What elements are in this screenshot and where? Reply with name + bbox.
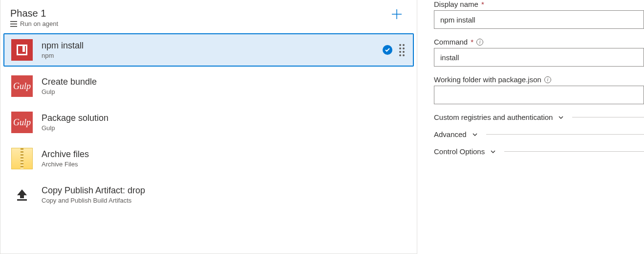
task-subtitle: Gulp xyxy=(42,88,406,95)
required-indicator: * xyxy=(481,0,484,8)
task-item-npm-install[interactable]: npm install npm xyxy=(3,33,414,67)
section-custom-registries[interactable]: Custom registries and authentication xyxy=(434,113,644,121)
task-subtitle: Archive Files xyxy=(42,161,406,168)
section-label: Custom registries and authentication xyxy=(434,113,553,121)
archive-icon xyxy=(11,148,33,169)
agent-icon xyxy=(10,21,17,27)
phase-title: Phase 1 xyxy=(10,8,58,19)
info-icon[interactable]: i xyxy=(544,76,551,83)
section-label: Advanced xyxy=(434,130,467,139)
command-input[interactable] xyxy=(434,48,644,67)
working-folder-label: Working folder with package.json xyxy=(434,75,541,84)
task-title: Archive files xyxy=(42,149,406,160)
task-item-archive-files[interactable]: Archive files Archive Files xyxy=(3,142,414,175)
task-subtitle: Gulp xyxy=(42,124,406,132)
section-divider xyxy=(486,134,644,135)
command-label: Command xyxy=(434,38,468,46)
task-title: Copy Publish Artifact: drop xyxy=(42,185,406,196)
check-icon xyxy=(383,45,392,55)
phase-header[interactable]: Phase 1 Run on agent xyxy=(3,3,414,32)
phase-subtitle: Run on agent xyxy=(20,20,58,27)
task-subtitle: Copy and Publish Build Artifacts xyxy=(42,197,406,204)
phase-subtitle-row: Run on agent xyxy=(10,20,58,27)
display-name-label: Display name xyxy=(434,0,478,8)
task-title: Create bundle xyxy=(42,77,406,87)
chevron-down-icon xyxy=(490,148,496,155)
tasks-pane: Phase 1 Run on agent npm install npm xyxy=(0,0,417,254)
working-folder-group: Working folder with package.json i xyxy=(434,75,644,104)
section-control-options[interactable]: Control Options xyxy=(434,147,644,156)
command-group: Command * i xyxy=(434,38,644,67)
task-subtitle: npm xyxy=(42,52,374,59)
svg-rect-2 xyxy=(22,46,25,52)
add-task-button[interactable] xyxy=(386,8,407,23)
section-divider xyxy=(504,151,644,152)
upload-icon xyxy=(11,184,33,206)
info-icon[interactable]: i xyxy=(476,39,483,46)
npm-icon xyxy=(11,39,33,61)
task-title: Package solution xyxy=(42,113,406,123)
section-divider xyxy=(572,117,644,117)
section-label: Control Options xyxy=(434,147,485,156)
display-name-group: Display name * xyxy=(434,0,644,29)
display-name-input[interactable] xyxy=(434,10,644,29)
section-advanced[interactable]: Advanced xyxy=(434,130,644,139)
svg-rect-3 xyxy=(17,199,27,201)
gulp-icon: Gulp xyxy=(11,112,33,133)
chevron-down-icon xyxy=(472,131,478,138)
chevron-down-icon xyxy=(558,114,564,121)
task-title: npm install xyxy=(42,41,374,51)
task-details-pane: Display name * Command * i Working folde… xyxy=(417,0,644,254)
task-item-create-bundle[interactable]: Gulp Create bundle Gulp xyxy=(3,69,414,103)
working-folder-input[interactable] xyxy=(434,86,644,104)
drag-handle-icon[interactable] xyxy=(399,44,406,56)
gulp-icon: Gulp xyxy=(11,75,33,97)
required-indicator: * xyxy=(471,38,473,46)
task-list: npm install npm Gulp Create bundle xyxy=(3,33,414,211)
task-item-package-solution[interactable]: Gulp Package solution Gulp xyxy=(3,106,414,139)
task-item-copy-publish-artifact[interactable]: Copy Publish Artifact: drop Copy and Pub… xyxy=(3,178,414,211)
